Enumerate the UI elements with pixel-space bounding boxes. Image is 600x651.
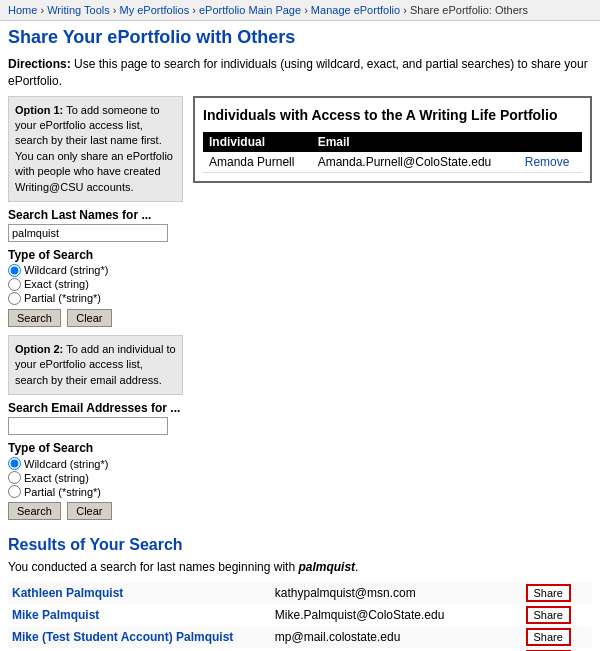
result-name: Mike Palmquist xyxy=(8,604,271,626)
radio-partial-last[interactable]: Partial (*string*) xyxy=(8,292,183,305)
breadcrumb-writing-tools[interactable]: Writing Tools xyxy=(47,4,110,16)
radio-group-email: Wildcard (string*) Exact (string) Partia… xyxy=(8,457,183,498)
result-share[interactable]: Share xyxy=(504,626,592,648)
search-button-email[interactable]: Search xyxy=(8,502,61,520)
result-row: Mike (Test Student Account) Palmquist mp… xyxy=(8,626,592,648)
breadcrumb-home[interactable]: Home xyxy=(8,4,37,16)
radio-exact-last[interactable]: Exact (string) xyxy=(8,278,183,291)
page-title: Share Your ePortfolio with Others xyxy=(0,21,600,52)
search-button-last[interactable]: Search xyxy=(8,309,61,327)
button-row-email: Search Clear xyxy=(8,502,183,520)
access-box: Individuals with Access to the A Writing… xyxy=(193,96,592,183)
search-email-label: Search Email Addresses for ... xyxy=(8,401,183,415)
option2-box: Option 2: To add an individual to your e… xyxy=(8,335,183,395)
type-of-search-label2: Type of Search xyxy=(8,441,183,455)
result-email: kathypalmquist@msn.com xyxy=(271,582,505,604)
result-row: Mike Palmquist Mike.Palmquist@ColoState.… xyxy=(8,604,592,626)
search-last-label: Search Last Names for ... xyxy=(8,208,183,222)
results-description: You conducted a search for last names be… xyxy=(8,560,592,574)
result-name: Kathleen Palmquist xyxy=(8,582,271,604)
radio-wildcard-last[interactable]: Wildcard (string*) xyxy=(8,264,183,277)
left-panel: Option 1: To add someone to your ePortfo… xyxy=(8,96,183,529)
clear-button-last[interactable]: Clear xyxy=(67,309,111,327)
result-name: Mike (Test Student Account) Palmquist xyxy=(8,626,271,648)
option1-box: Option 1: To add someone to your ePortfo… xyxy=(8,96,183,202)
access-row: Amanda Purnell Amanda.Purnell@ColoState.… xyxy=(203,152,582,173)
clear-button-email[interactable]: Clear xyxy=(67,502,111,520)
results-table: Kathleen Palmquist kathypalmquist@msn.co… xyxy=(8,582,592,651)
radio-exact-email[interactable]: Exact (string) xyxy=(8,471,183,484)
breadcrumb-eportfolio-main[interactable]: ePortfolio Main Page xyxy=(199,4,301,16)
search-last-input[interactable] xyxy=(8,224,168,242)
access-individual: Amanda Purnell xyxy=(203,152,312,173)
col-individual: Individual xyxy=(203,132,312,152)
search-email-input[interactable] xyxy=(8,417,168,435)
radio-group-last: Wildcard (string*) Exact (string) Partia… xyxy=(8,264,183,305)
access-remove[interactable]: Remove xyxy=(519,152,582,173)
button-row-last: Search Clear xyxy=(8,309,183,327)
breadcrumb: Home › Writing Tools › My ePortfolios › … xyxy=(0,0,600,21)
access-table: Individual Email Amanda Purnell Amanda.P… xyxy=(203,132,582,173)
result-email: mp@mail.colostate.edu xyxy=(271,626,505,648)
result-share[interactable]: Share xyxy=(504,604,592,626)
result-row: Kathleen Palmquist kathypalmquist@msn.co… xyxy=(8,582,592,604)
result-share[interactable]: Share xyxy=(504,582,592,604)
access-title: Individuals with Access to the A Writing… xyxy=(203,106,582,124)
breadcrumb-my-eportfolios[interactable]: My ePortfolios xyxy=(119,4,189,16)
result-email: Mike.Palmquist@ColoState.edu xyxy=(271,604,505,626)
results-title: Results of Your Search xyxy=(8,536,592,554)
access-email: Amanda.Purnell@ColoState.edu xyxy=(312,152,519,173)
directions: Directions: Use this page to search for … xyxy=(0,52,600,96)
col-email: Email xyxy=(312,132,519,152)
breadcrumb-manage[interactable]: Manage ePortfolio xyxy=(311,4,400,16)
breadcrumb-current: Share ePortfolio: Others xyxy=(410,4,528,16)
radio-partial-email[interactable]: Partial (*string*) xyxy=(8,485,183,498)
results-section: Results of Your Search You conducted a s… xyxy=(0,536,600,651)
type-of-search-label: Type of Search xyxy=(8,248,183,262)
col-action xyxy=(519,132,582,152)
right-panel: Individuals with Access to the A Writing… xyxy=(193,96,592,529)
radio-wildcard-email[interactable]: Wildcard (string*) xyxy=(8,457,183,470)
